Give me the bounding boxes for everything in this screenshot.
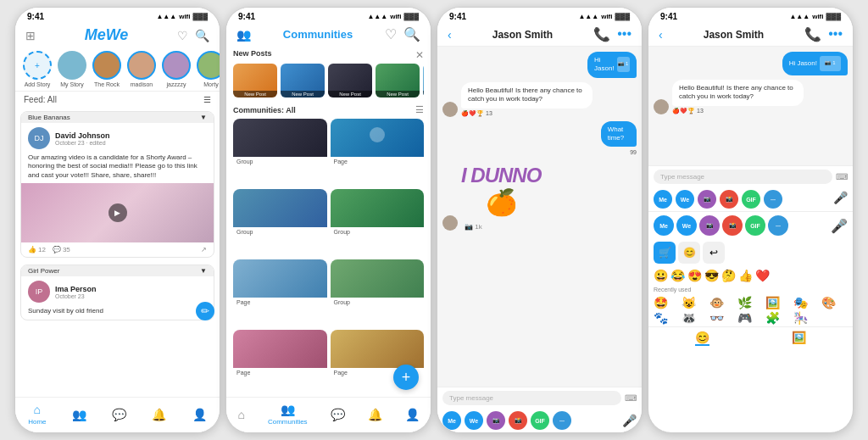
nav-chat[interactable]: 💬 [112, 408, 126, 421]
emoji-laugh[interactable]: 😂 [670, 269, 685, 282]
keyboard-icon-4[interactable]: ⌨ [836, 172, 848, 181]
chat-input-placeholder-4[interactable]: Type message [654, 170, 832, 184]
heart-icon-2[interactable]: ♡ [385, 26, 397, 42]
more-icon-4[interactable]: ••• [828, 26, 843, 42]
emoji-star-eyes[interactable]: 🤩 [654, 296, 680, 309]
emoji-plant[interactable]: 🌿 [737, 296, 764, 309]
nav-communities[interactable]: 👥 Communities [268, 403, 308, 426]
grid-icon[interactable]: ⊞ [25, 29, 36, 42]
call-icon-4[interactable]: 📞 [804, 26, 821, 42]
comments-action[interactable]: 💬 35 [53, 246, 70, 253]
emoji-toolbar-more[interactable]: ··· [768, 215, 788, 236]
call-icon[interactable]: 📞 [593, 26, 610, 42]
share-action[interactable]: ↗ [201, 246, 207, 253]
community-4[interactable]: Group [331, 189, 425, 240]
more-icon[interactable]: ••• [617, 26, 632, 42]
emoji-thumbs-up[interactable]: 👍 [738, 269, 753, 282]
nav-notifications-2[interactable]: 🔔 [368, 408, 382, 421]
nav-home[interactable]: ⌂ Home [28, 403, 46, 426]
emoji-toolbar-we[interactable]: We [676, 215, 697, 236]
toolbar-photo-4[interactable]: 📸 [720, 190, 738, 209]
nav-profile[interactable]: 👤 [192, 408, 207, 421]
toolbar-we-4[interactable]: We [676, 190, 694, 209]
heart-icon[interactable]: ♡ [177, 29, 188, 42]
emoji-nav-sticker[interactable]: 🖼️ [792, 331, 806, 346]
toolbar-camera[interactable]: 📷 [487, 411, 505, 430]
emoji-toolbar-gif[interactable]: GIF [745, 215, 765, 236]
emoji-paw[interactable]: 🐾 [654, 311, 680, 325]
emoji-cat[interactable]: 😺 [682, 296, 708, 309]
emoji-carousel[interactable]: 🎠 [793, 311, 820, 325]
fab-add-button[interactable]: + [393, 365, 419, 390]
nav-profile-2[interactable]: 👤 [405, 408, 420, 421]
emoji-thinking[interactable]: 🤔 [721, 269, 736, 282]
likes-action[interactable]: 👍 12 [28, 246, 46, 253]
back-button[interactable]: ‹ [448, 28, 452, 42]
new-post-2[interactable]: New Post [281, 64, 325, 97]
emoji-masks[interactable]: 🎭 [793, 296, 820, 309]
story-jazzzzy[interactable]: jazzzzy [161, 51, 192, 87]
story-therock[interactable]: The Rock [92, 51, 122, 87]
emoji-toolbar-mic[interactable]: 🎤 [831, 218, 848, 234]
emoji-puzzle[interactable]: 🧩 [765, 311, 792, 325]
new-post-1[interactable]: New Post [233, 64, 277, 97]
emoji-smile[interactable]: 😀 [654, 269, 668, 282]
community-2[interactable]: Page [331, 119, 425, 170]
community-7[interactable]: Page [233, 330, 327, 381]
emoji-raccoon[interactable]: 🦝 [682, 311, 708, 325]
toolbar-more-4[interactable]: ··· [764, 190, 782, 209]
new-post-5[interactable]: New Post [423, 64, 424, 97]
reply-tab[interactable]: ↩ [703, 242, 725, 264]
toolbar-gif-4[interactable]: GIF [742, 190, 760, 209]
toolbar-gif[interactable]: GIF [531, 411, 549, 430]
story-madison[interactable]: madison [126, 51, 157, 87]
toolbar-more[interactable]: ··· [553, 411, 571, 430]
search-icon-2[interactable]: 🔍 [403, 26, 420, 42]
close-button[interactable]: ✕ [415, 49, 424, 61]
emoji-toolbar-me[interactable]: Me [654, 215, 674, 236]
mic-button-4[interactable]: 🎤 [833, 190, 848, 209]
emoji-monkey[interactable]: 🐵 [709, 296, 736, 309]
search-icon[interactable]: 🔍 [195, 29, 209, 42]
nav-chat-2[interactable]: 💬 [331, 408, 345, 421]
filter-icon[interactable]: ☰ [203, 95, 211, 104]
keyboard-icon[interactable]: ⌨ [625, 393, 637, 403]
sticker-tab[interactable]: 🛒 [654, 242, 676, 264]
story-mystory[interactable]: My Story [57, 51, 87, 87]
dropdown-icon-2[interactable]: ▼ [200, 267, 207, 275]
filter-icon-2[interactable]: ☰ [415, 104, 424, 115]
nav-friends[interactable]: 👥 [72, 408, 86, 421]
emoji-nav-emoji[interactable]: 😊 [695, 331, 709, 346]
toolbar-me-4[interactable]: Me [654, 190, 672, 209]
compose-button[interactable]: ✏ [196, 302, 214, 320]
community-6[interactable]: Group [331, 259, 425, 310]
nav-home-2[interactable]: ⌂ [237, 408, 244, 421]
toolbar-me[interactable]: Me [442, 411, 461, 430]
story-add[interactable]: + Add Story [22, 51, 53, 87]
back-button-4[interactable]: ‹ [659, 28, 663, 42]
emoji-art[interactable]: 🎨 [821, 296, 848, 309]
emoji-toolbar-cam[interactable]: 📷 [699, 215, 720, 236]
dropdown-icon[interactable]: ▼ [200, 114, 207, 121]
emoji-tab[interactable]: 😊 [678, 242, 700, 264]
emoji-heart[interactable]: ❤️ [755, 269, 770, 282]
toolbar-we[interactable]: We [465, 411, 483, 430]
emoji-glasses[interactable]: 👓 [709, 311, 736, 325]
new-post-3[interactable]: New Post [328, 64, 372, 97]
story-morty[interactable]: Morty [196, 51, 220, 87]
emoji-toolbar-photo[interactable]: 📸 [722, 215, 743, 236]
community-5[interactable]: Page [233, 259, 327, 310]
community-3[interactable]: Group [233, 189, 327, 240]
emoji-heart-eyes[interactable]: 😍 [687, 269, 702, 282]
emoji-sunglasses[interactable]: 😎 [704, 269, 719, 282]
mic-button[interactable]: 🎤 [622, 411, 637, 430]
toolbar-photo[interactable]: 📸 [509, 411, 527, 430]
toolbar-camera-4[interactable]: 📷 [698, 190, 716, 209]
new-post-4[interactable]: New Post [376, 64, 420, 97]
chat-input-placeholder[interactable]: Type message [442, 391, 621, 405]
community-1[interactable]: Group [233, 119, 327, 170]
play-button[interactable]: ▶ [108, 203, 127, 222]
emoji-game[interactable]: 🎮 [737, 311, 764, 325]
emoji-frame[interactable]: 🖼️ [765, 296, 792, 309]
nav-notifications[interactable]: 🔔 [152, 408, 166, 421]
